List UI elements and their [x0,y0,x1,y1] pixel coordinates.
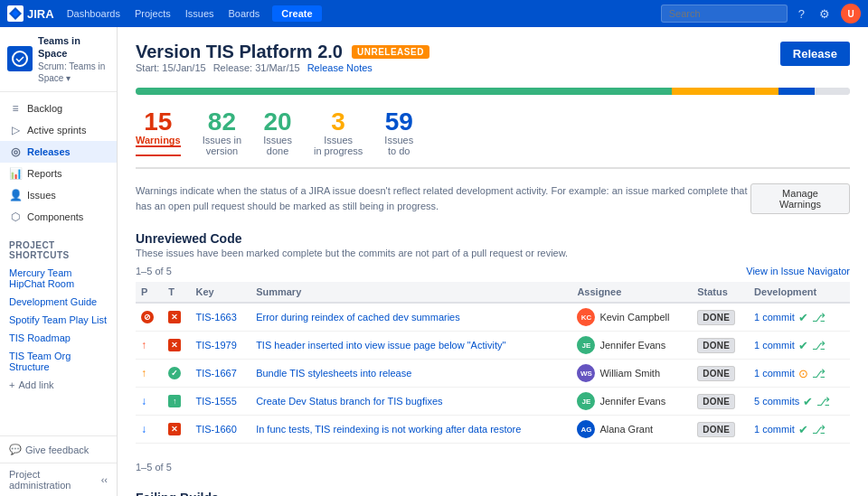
dev-commits-link[interactable]: 1 commit [754,424,795,435]
stat-issues-done-label: Issuesdone [263,135,292,156]
key-cell: TIS-1667 [191,360,251,388]
issue-summary-text[interactable]: Create Dev Status branch for TIS bugfixe… [256,396,442,407]
summary-cell: Bundle TIS stylesheets into release [250,360,571,388]
table-row: ↓ ✕ TIS-1660 In func tests, TIS reindexi… [136,416,850,444]
assignee-avatar: WS [577,364,595,382]
issue-summary-text[interactable]: Error during reindex of cached dev summa… [256,312,460,323]
main-content: Version TIS Platform 2.0 UNRELEASED Star… [118,27,868,496]
jira-logo-icon [7,5,24,22]
col-assignee: Assignee [571,282,692,303]
stat-warnings-number: 15 [136,109,181,135]
sidebar-item-releases-label: Releases [27,146,71,157]
sidebar-feedback[interactable]: 💬 Give feedback [0,435,117,463]
dev-branch-icon: ⎇ [812,311,826,324]
sidebar-link-roadmap[interactable]: TIS Roadmap [0,329,117,347]
unreviewed-code-count: 1–5 of 5 [136,266,172,276]
sidebar-item-reports[interactable]: 📊 Reports [0,163,117,184]
help-icon[interactable]: ? [795,5,808,23]
warnings-description: Warnings indicate when the status of a J… [136,183,750,213]
status-badge: DONE [697,394,735,409]
unreleased-badge: UNRELEASED [352,45,429,59]
user-avatar[interactable]: U [841,4,861,23]
col-key: Key [191,282,251,303]
issue-summary-text[interactable]: In func tests, TIS reindexing is not wor… [256,424,521,435]
summary-cell: Create Dev Status branch for TIS bugfixe… [250,388,571,416]
issue-key-link[interactable]: TIS-1663 [196,312,237,323]
nav-logo[interactable]: JIRA [7,5,54,22]
assignee-name: Kevin Campbell [599,312,669,323]
svg-point-0 [13,51,27,66]
nav-dashboards[interactable]: Dashboards [61,5,126,22]
create-button[interactable]: Create [272,5,321,22]
sidebar-link-org[interactable]: TIS Team Org Structure [0,347,117,376]
dev-commits-link[interactable]: 5 commits [754,396,799,407]
nav-projects[interactable]: Projects [129,5,176,22]
summary-cell: In func tests, TIS reindexing is not wor… [250,416,571,444]
sidebar-item-releases[interactable]: ◎ Releases [0,141,117,163]
sidebar-item-active-sprints-label: Active sprints [27,125,86,136]
dev-cell: 1 commit ✔⎇ [749,416,850,444]
release-notes-link[interactable]: Release Notes [307,62,373,73]
stat-warnings[interactable]: 15 Warnings [136,109,181,156]
priority-critical-icon: ↑ [141,339,146,351]
sidebar-link-dev-guide[interactable]: Development Guide [0,293,117,311]
sidebar-project[interactable]: Teams in Space Scrum: Teams in Space ▾ [0,27,117,92]
feedback-icon: 💬 [9,444,22,455]
failing-builds-section: Failing Builds These issues have been ma… [136,491,850,496]
jira-logo-text: JIRA [27,7,54,21]
backlog-icon: ≡ [9,102,22,115]
status-cell: DONE [692,416,749,444]
dev-branch-icon: ⎇ [812,423,826,436]
sidebar-nav: ≡ Backlog ▷ Active sprints ◎ Releases 📊 … [0,92,117,233]
issue-summary-text[interactable]: TIS header inserted into view issue page… [256,340,505,351]
dev-check-icon: ✔ [798,339,808,352]
page-title: Version TIS Platform 2.0 [136,42,343,62]
progress-gray [815,88,851,95]
settings-icon[interactable]: ⚙ [816,5,834,23]
assignee-avatar: JE [577,392,595,410]
sidebar-add-label: Add link [18,379,53,390]
issue-key-link[interactable]: TIS-1979 [196,340,237,351]
assignee-name: Jennifer Evans [599,396,665,407]
type-bug-icon: ✕ [168,339,181,351]
status-cell: DONE [692,388,749,416]
sidebar-item-issues[interactable]: 👤 Issues [0,184,117,206]
dev-commits-link[interactable]: 1 commit [754,312,795,323]
key-cell: TIS-1979 [191,332,251,360]
dev-check-icon: ✔ [798,311,808,324]
layout: Teams in Space Scrum: Teams in Space ▾ ≡… [0,27,868,496]
failing-builds-title: Failing Builds [136,491,850,496]
status-cell: DONE [692,303,749,332]
issue-key-link[interactable]: TIS-1555 [196,396,237,407]
issues-icon: 👤 [9,189,22,201]
manage-warnings-button[interactable]: Manage Warnings [750,183,850,214]
search-input[interactable] [661,5,788,23]
sidebar-add-link[interactable]: + Add link [0,376,117,394]
unreviewed-view-navigator[interactable]: View in Issue Navigator [746,266,850,276]
priority-cell: ↑ [136,332,163,360]
sidebar-project-admin[interactable]: Project administration ‹‹ [0,463,117,496]
stat-to-do-number: 59 [384,109,413,135]
sidebar-item-backlog[interactable]: ≡ Backlog [0,98,117,119]
add-icon: + [9,379,14,390]
key-cell: TIS-1660 [191,416,251,444]
collapse-icon: ‹‹ [101,474,108,485]
type-cell: ✓ [163,360,190,388]
dev-commits-link[interactable]: 1 commit [754,368,795,379]
key-cell: TIS-1555 [191,388,251,416]
dev-commits-link[interactable]: 1 commit [754,340,795,351]
sidebar-link-spotify[interactable]: Spotify Team Play List [0,311,117,329]
nav-issues[interactable]: Issues [180,5,220,22]
sidebar-feedback-label: Give feedback [25,445,89,455]
issue-key-link[interactable]: TIS-1667 [196,368,237,379]
release-button[interactable]: Release [780,42,850,66]
priority-cell: ↑ [136,360,163,388]
issue-summary-text[interactable]: Bundle TIS stylesheets into release [256,368,411,379]
nav-boards[interactable]: Boards [223,5,266,22]
priority-cell: ↓ [136,388,163,416]
issue-key-link[interactable]: TIS-1660 [196,424,237,435]
sidebar-item-components[interactable]: ⬡ Components [0,206,117,228]
sidebar-item-active-sprints[interactable]: ▷ Active sprints [0,119,117,141]
assignee-name: Alana Grant [599,424,653,435]
sidebar-link-hipchat[interactable]: Mercury Team HipChat Room [0,264,117,293]
